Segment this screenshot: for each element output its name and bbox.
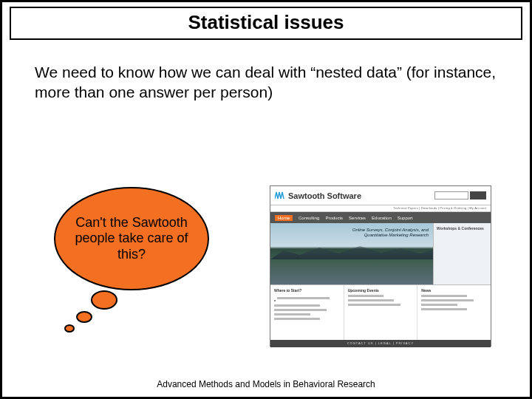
placeholder-line	[274, 309, 327, 311]
slide-title: Statistical issues	[18, 11, 514, 34]
site-top-links: Technical Papers | Downloads | Pricing &…	[270, 205, 491, 212]
thought-bubble-tail-1	[91, 290, 117, 310]
nav-item[interactable]: Services	[349, 216, 366, 220]
placeholder-line	[348, 304, 400, 306]
slide: Statistical issues We need to know how w…	[0, 0, 532, 399]
hero-line-1: Online Surveys, Conjoint Analysis, and	[352, 228, 429, 233]
site-column: Where to Start?	[270, 285, 344, 340]
placeholder-line	[274, 304, 320, 307]
thought-bubble-tail-3	[64, 324, 75, 332]
nav-item[interactable]: Education	[372, 216, 392, 220]
hero-sidebar-title: Workshops & Conferences	[437, 226, 488, 231]
website-screenshot: Sawtooth Software Technical Papers | Dow…	[270, 185, 491, 347]
placeholder-line	[421, 308, 467, 310]
slide-footer: Advanced Methods and Models in Behaviora…	[2, 379, 530, 389]
thought-bubble-text: Can't the Sawtooth people take care of t…	[70, 215, 193, 263]
site-column: Upcoming Events	[344, 285, 418, 340]
column-title: News	[421, 288, 487, 293]
nav-item[interactable]: Support	[398, 216, 413, 220]
thought-bubble-tail-2	[76, 311, 92, 323]
site-search	[434, 191, 486, 200]
hero-tagline: Online Surveys, Conjoint Analysis, and Q…	[352, 228, 429, 238]
hero-line-2: Quantitative Marketing Research	[352, 233, 429, 238]
title-bar: Statistical issues	[10, 7, 522, 40]
placeholder-line	[348, 299, 394, 301]
thought-bubble-main: Can't the Sawtooth people take care of t…	[54, 187, 209, 290]
nav-item[interactable]: Products	[325, 216, 343, 220]
nav-item[interactable]: Consulting	[299, 216, 319, 220]
nav-home[interactable]: Home	[275, 215, 293, 221]
hero-sidebar: Workshops & Conferences	[433, 223, 491, 284]
placeholder-line	[421, 299, 474, 301]
slide-body-text: We need to know how we can deal with “ne…	[35, 62, 497, 103]
search-button[interactable]	[470, 191, 486, 200]
placeholder-line	[274, 313, 310, 316]
hero-image: Online Surveys, Conjoint Analysis, and Q…	[270, 223, 433, 284]
site-logo: Sawtooth Software	[275, 191, 361, 201]
site-columns: Where to Start? Upcoming Events News	[270, 285, 491, 340]
hero-mountains	[270, 245, 433, 259]
placeholder-line	[421, 304, 457, 306]
site-header: Sawtooth Software	[270, 186, 491, 205]
search-input[interactable]	[434, 191, 468, 200]
site-brand-text: Sawtooth Software	[288, 191, 361, 200]
placeholder-line	[348, 295, 384, 297]
thought-bubble: Can't the Sawtooth people take care of t…	[54, 187, 231, 357]
site-column: News	[417, 285, 491, 340]
site-footer: CONTACT US | LEGAL | PRIVACY	[270, 340, 491, 347]
column-title: Upcoming Events	[348, 288, 414, 293]
column-title: Where to Start?	[274, 288, 340, 293]
site-nav: Home Consulting Products Services Educat…	[270, 212, 491, 223]
sawtooth-icon	[275, 191, 285, 201]
placeholder-line	[421, 295, 467, 297]
placeholder-line	[274, 318, 320, 320]
site-hero: Online Surveys, Conjoint Analysis, and Q…	[270, 223, 491, 285]
